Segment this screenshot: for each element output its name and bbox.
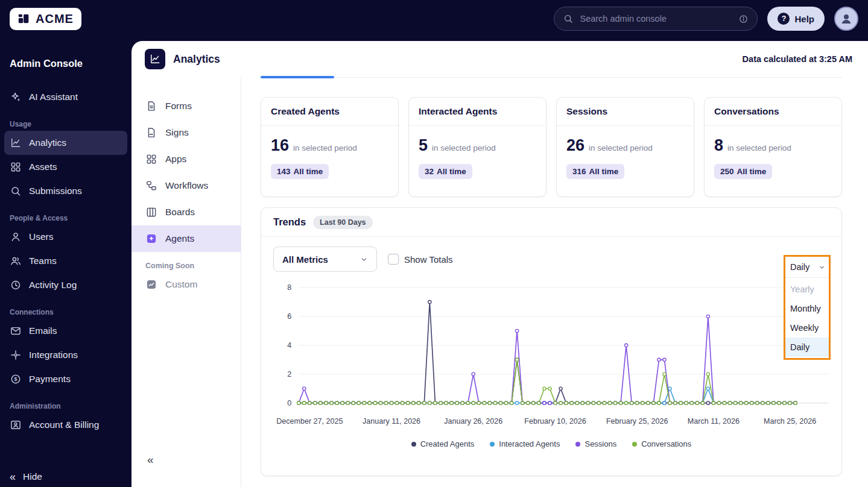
subnav-item-forms[interactable]: Forms bbox=[131, 93, 241, 119]
metrics-select[interactable]: All Metrics bbox=[273, 247, 377, 272]
stat-title: Created Agents bbox=[261, 98, 398, 126]
trends-card: Trends Last 90 Days All Metrics Show Tot… bbox=[261, 207, 842, 476]
legend-dot-icon bbox=[575, 442, 580, 447]
sidebar-item-label: Payments bbox=[29, 374, 71, 385]
stat-card-sessions: Sessions 26 in selected period 316 All t… bbox=[556, 97, 694, 197]
show-totals-checkbox[interactable] bbox=[388, 254, 399, 265]
active-tab-underline bbox=[261, 76, 334, 78]
all-time-badge: 32 All time bbox=[419, 164, 472, 179]
stat-title: Interacted Agents bbox=[409, 98, 546, 126]
user-avatar-icon bbox=[839, 11, 854, 26]
envelope-icon bbox=[10, 325, 22, 337]
legend-dot-icon bbox=[632, 442, 637, 447]
topbar-right: ? Help bbox=[554, 7, 858, 31]
trends-header: Trends Last 90 Days bbox=[261, 208, 841, 237]
subnav-collapse-button[interactable]: « bbox=[147, 453, 154, 467]
analytics-icon bbox=[145, 49, 165, 69]
subnav-item-apps[interactable]: Apps bbox=[131, 146, 241, 172]
panel-body: Forms Signs Apps Workflows bbox=[131, 77, 868, 487]
sidebar-hide-button[interactable]: « Hide bbox=[10, 471, 42, 482]
chart-legend: Created AgentsInteracted AgentsSessionsC… bbox=[266, 439, 837, 448]
interval-select-value: Daily bbox=[790, 262, 809, 272]
subnav-item-workflows[interactable]: Workflows bbox=[131, 172, 241, 199]
subnav-item-signs[interactable]: Signs bbox=[131, 119, 241, 146]
subnav-item-boards[interactable]: Boards bbox=[131, 199, 241, 225]
svg-text:0: 0 bbox=[287, 399, 291, 407]
sidebar-item-submissions[interactable]: Submissions bbox=[4, 179, 127, 203]
show-totals-toggle[interactable]: Show Totals bbox=[388, 254, 453, 265]
sidebar-item-payments[interactable]: $ Payments bbox=[4, 367, 127, 391]
subnav-item-label: Boards bbox=[165, 207, 195, 218]
sidebar-item-emails[interactable]: Emails bbox=[4, 319, 127, 343]
svg-text:March 25, 2026: March 25, 2026 bbox=[764, 417, 816, 426]
interval-option-weekly[interactable]: Weekly bbox=[785, 318, 829, 338]
sidebar-item-teams[interactable]: Teams bbox=[4, 249, 127, 273]
legend-item: Created Agents bbox=[411, 439, 475, 448]
sidebar-item-activity-log[interactable]: Activity Log bbox=[4, 273, 127, 297]
analytics-subnav: Forms Signs Apps Workflows bbox=[131, 77, 241, 487]
signature-doc-icon bbox=[145, 127, 157, 139]
help-button[interactable]: ? Help bbox=[767, 7, 825, 31]
sidebar-item-account-billing[interactable]: Account & Billing bbox=[4, 413, 127, 437]
sidebar-item-label: Integrations bbox=[29, 350, 78, 360]
subnav-item-label: Signs bbox=[165, 127, 189, 138]
tabstrip bbox=[261, 77, 842, 78]
interval-dropdown-menu: Yearly Monthly Weekly Daily bbox=[785, 277, 829, 358]
interval-option-yearly[interactable]: Yearly bbox=[785, 280, 829, 299]
main-panel: Analytics Data calculated at 3:25 AM For… bbox=[131, 41, 868, 487]
last-90-days-badge: Last 90 Days bbox=[313, 216, 372, 229]
stat-card-created-agents: Created Agents 16 in selected period 143… bbox=[261, 97, 399, 197]
coming-soon-label: Coming Soon bbox=[145, 262, 241, 270]
legend-dot-icon bbox=[490, 442, 495, 447]
chevron-down-icon bbox=[819, 264, 825, 271]
stat-card-interacted-agents: Interacted Agents 5 in selected period 3… bbox=[408, 97, 546, 197]
agent-spark-icon bbox=[145, 233, 157, 245]
user-icon bbox=[10, 231, 22, 243]
subnav-item-label: Custom bbox=[165, 279, 197, 290]
admin-search[interactable] bbox=[554, 7, 758, 31]
panel-header: Analytics Data calculated at 3:25 AM bbox=[131, 41, 868, 77]
sidebar-item-label: Analytics bbox=[29, 137, 66, 148]
legend-dot-icon bbox=[411, 442, 416, 447]
svg-text:January 11, 2026: January 11, 2026 bbox=[363, 417, 420, 426]
subnav-item-agents[interactable]: Agents bbox=[131, 225, 241, 252]
avatar[interactable] bbox=[834, 7, 858, 31]
show-totals-label: Show Totals bbox=[404, 254, 453, 265]
svg-text:December 27, 2025: December 27, 2025 bbox=[276, 417, 343, 426]
apps-grid-icon bbox=[145, 153, 157, 165]
dollar-circle-icon: $ bbox=[10, 373, 22, 385]
sidebar-item-label: Assets bbox=[29, 162, 57, 172]
acme-logo[interactable]: ACME bbox=[10, 8, 81, 30]
search-icon bbox=[563, 13, 574, 24]
stat-period-label: in selected period bbox=[589, 143, 653, 152]
id-card-icon bbox=[10, 419, 22, 431]
sidebar-item-ai-assistant[interactable]: AI Assistant bbox=[4, 85, 127, 109]
trends-title: Trends bbox=[273, 216, 306, 228]
double-chevron-left-icon: « bbox=[10, 471, 16, 482]
magnifier-icon bbox=[10, 185, 22, 197]
info-icon[interactable] bbox=[738, 14, 749, 24]
interval-option-daily[interactable]: Daily bbox=[785, 338, 829, 357]
sidebar-item-label: Submissions bbox=[29, 186, 82, 196]
integrations-hub-icon bbox=[10, 349, 22, 361]
svg-text:4: 4 bbox=[287, 341, 291, 350]
workflow-icon bbox=[145, 180, 157, 192]
all-time-badge: 316 All time bbox=[566, 164, 624, 179]
svg-text:March 11, 2026: March 11, 2026 bbox=[688, 417, 740, 426]
data-calculated-status: Data calculated at 3:25 AM bbox=[743, 54, 852, 64]
sidebar-item-assets[interactable]: Assets bbox=[4, 155, 127, 179]
interval-select[interactable]: Daily bbox=[785, 257, 829, 277]
metrics-select-value: All Metrics bbox=[282, 254, 328, 265]
sidebar-item-integrations[interactable]: Integrations bbox=[4, 343, 127, 367]
stat-value: 26 bbox=[566, 136, 584, 155]
all-time-badge: 250 All time bbox=[714, 164, 772, 179]
subnav-item-custom[interactable]: Custom bbox=[131, 271, 241, 298]
interval-option-monthly[interactable]: Monthly bbox=[785, 299, 829, 318]
sidebar-item-analytics[interactable]: Analytics bbox=[4, 131, 127, 155]
stat-value: 8 bbox=[714, 136, 723, 155]
stat-period-label: in selected period bbox=[727, 143, 791, 152]
search-input[interactable] bbox=[580, 14, 732, 24]
subnav-item-label: Apps bbox=[165, 154, 186, 165]
sidebar: Admin Console AI Assistant Usage Analyti… bbox=[0, 37, 131, 487]
sidebar-item-users[interactable]: Users bbox=[4, 225, 127, 249]
